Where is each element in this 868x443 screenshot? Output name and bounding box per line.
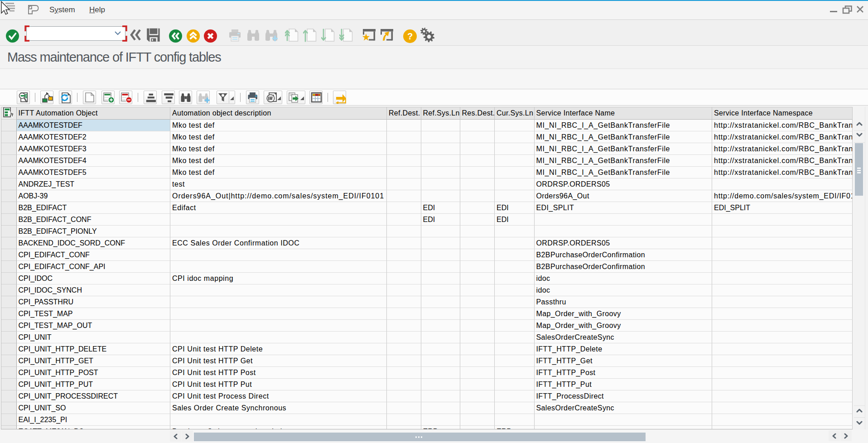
svg-text:?: ? (407, 31, 413, 41)
